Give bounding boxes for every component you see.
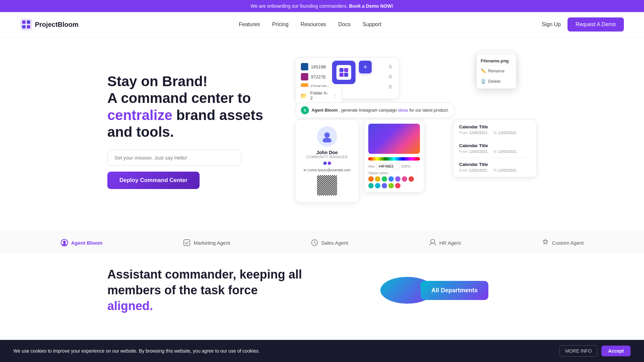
pswatch-4[interactable] bbox=[388, 176, 394, 182]
picker-spectrum[interactable] bbox=[368, 157, 420, 161]
cal-title-2: Calendar Title bbox=[459, 143, 530, 148]
headline-line1: Stay on Brand! bbox=[107, 73, 208, 89]
saved-colors-label: Saved colors: bbox=[368, 171, 420, 175]
banner-text: We are onboarding our founding commander… bbox=[251, 3, 347, 9]
pswatch-2[interactable] bbox=[375, 176, 380, 182]
mockup-container: 16519B 🗑 97227E 🗑 FF9F2D 🗑 bbox=[282, 51, 537, 212]
svg-rect-5 bbox=[339, 68, 343, 72]
ai-avatar: S bbox=[301, 106, 309, 114]
agent-hr[interactable]: HR Agent bbox=[429, 239, 461, 247]
headline-purple: centralize bbox=[107, 107, 172, 123]
agent-custom[interactable]: Custom Agent bbox=[541, 239, 584, 247]
agent-marketing[interactable]: Marketing Agent bbox=[183, 239, 230, 247]
pswatch-8[interactable] bbox=[368, 183, 374, 188]
pswatch-7[interactable] bbox=[409, 176, 414, 182]
marketing-agent-label: Marketing Agent bbox=[194, 240, 230, 246]
custom-agent-label: Custom Agent bbox=[552, 240, 584, 246]
svg-rect-7 bbox=[339, 73, 343, 77]
ai-name: Agent Bloom bbox=[312, 108, 338, 113]
hero-left: Stay on Brand! A command center to centr… bbox=[107, 73, 268, 189]
context-menu-rename[interactable]: ✏️ Rename bbox=[477, 66, 516, 76]
nav-logo[interactable]: ProjectBloom bbox=[20, 18, 78, 31]
hero-right: 16519B 🗑 97227E 🗑 FF9F2D 🗑 bbox=[282, 51, 537, 212]
nav-pricing[interactable]: Pricing bbox=[272, 21, 288, 27]
nav-features[interactable]: Features bbox=[239, 21, 260, 27]
deploy-button[interactable]: Deploy Command Center bbox=[107, 172, 200, 189]
folder-icon: 📁 bbox=[300, 93, 307, 99]
custom-agent-icon bbox=[541, 239, 549, 247]
biz-dot-1 bbox=[323, 162, 327, 165]
cal-dates-3: From 12/02/2021 To 12/02/2021 bbox=[459, 168, 530, 172]
headline-line2: A command center to bbox=[107, 90, 251, 106]
svg-rect-2 bbox=[27, 20, 30, 24]
bloom-logo-icon bbox=[339, 67, 349, 77]
context-menu-filename: Filename.png bbox=[477, 56, 516, 66]
plus-button[interactable]: + bbox=[359, 61, 372, 73]
agent-sales[interactable]: Sales Agent bbox=[311, 239, 348, 247]
cal-title-1: Calendar Title bbox=[459, 124, 530, 129]
folder-menu-icon[interactable]: ⋮ bbox=[333, 93, 337, 98]
nav-docs[interactable]: Docs bbox=[338, 21, 351, 27]
folder-name: Folder A-2 bbox=[310, 90, 329, 101]
context-menu-delete[interactable]: 🗑️ Delete bbox=[477, 76, 516, 86]
pswatch-1[interactable] bbox=[368, 176, 374, 182]
hr-agent-icon bbox=[429, 239, 437, 247]
biz-avatar bbox=[317, 126, 337, 146]
ai-message: , generate Instagram campaign ideas for … bbox=[339, 108, 449, 113]
biz-dot-2 bbox=[328, 162, 331, 165]
agents-strip: Agent Bloom Marketing Agent Sales Agent … bbox=[0, 232, 644, 253]
brand-logo-card bbox=[332, 61, 356, 84]
cal-dates-1: From 12/02/2021 To 12/02/2021 bbox=[459, 131, 530, 135]
pswatch-5[interactable] bbox=[395, 176, 400, 182]
svg-rect-6 bbox=[344, 68, 348, 72]
rename-icon: ✏️ bbox=[481, 68, 486, 73]
agent-bloom[interactable]: Agent Bloom bbox=[60, 239, 102, 247]
context-menu: Filename.png ✏️ Rename 🗑️ Delete bbox=[476, 54, 517, 89]
biz-name: John Doe bbox=[302, 150, 352, 155]
pswatch-3[interactable] bbox=[382, 176, 387, 182]
nav-resources[interactable]: Resources bbox=[301, 21, 326, 27]
trash-icon-1[interactable]: 🗑 bbox=[388, 64, 393, 69]
trash-icon-2[interactable]: 🗑 bbox=[388, 74, 393, 79]
pswatch-12[interactable] bbox=[395, 183, 400, 188]
biz-email: ✉ Lorem.lpsum@example.com bbox=[302, 168, 352, 172]
sales-agent-label: Sales Agent bbox=[321, 240, 348, 246]
pswatch-10[interactable] bbox=[382, 183, 387, 188]
delete-icon: 🗑️ bbox=[481, 79, 486, 84]
pswatch-11[interactable] bbox=[388, 183, 394, 188]
marketing-agent-icon bbox=[183, 239, 191, 247]
picker-gradient[interactable] bbox=[368, 124, 420, 154]
logo-icon bbox=[20, 18, 32, 31]
pswatch-6[interactable] bbox=[402, 176, 407, 182]
all-departments-button[interactable]: All Departments bbox=[421, 281, 488, 300]
swatch-purple bbox=[301, 73, 308, 80]
hex-input[interactable] bbox=[376, 163, 400, 169]
nav-links: Features Pricing Resources Docs Support bbox=[239, 21, 381, 27]
biz-qr-code bbox=[317, 175, 337, 195]
request-demo-button[interactable]: Request A Demo bbox=[568, 17, 624, 32]
svg-point-9 bbox=[324, 132, 330, 138]
nav-signin[interactable]: Sign Up bbox=[542, 21, 561, 27]
cal-dates-2: From 12/02/2021 To 12/02/2021 bbox=[459, 149, 530, 154]
cal-row-2: Calendar Title From 12/02/2021 To 12/02/… bbox=[459, 143, 530, 158]
svg-rect-13 bbox=[184, 240, 190, 246]
top-banner: We are onboarding our founding commander… bbox=[0, 0, 644, 12]
logo-text: ProjectBloom bbox=[35, 21, 78, 28]
nav-support[interactable]: Support bbox=[363, 21, 381, 27]
picker-swatches bbox=[368, 176, 420, 188]
navbar: ProjectBloom Features Pricing Resources … bbox=[0, 12, 644, 37]
banner-cta[interactable]: Book a Demo NOW! bbox=[349, 3, 393, 9]
pswatch-9[interactable] bbox=[375, 183, 380, 188]
folder-row[interactable]: 📁 Folder A-2 ⋮ bbox=[295, 87, 342, 104]
cal-title-3: Calendar Title bbox=[459, 162, 530, 167]
cal-row-1: Calendar Title From 12/02/2021 To 12/02/… bbox=[459, 124, 530, 139]
svg-rect-1 bbox=[22, 20, 25, 24]
hero-section: Stay on Brand! A command center to centr… bbox=[87, 37, 557, 232]
svg-rect-0 bbox=[20, 18, 32, 31]
mission-input[interactable] bbox=[107, 150, 241, 166]
brand-logo-inner bbox=[336, 65, 351, 80]
business-card: John Doe COMMUNITY MANAGER ✉ Lorem.lpsum… bbox=[295, 119, 359, 202]
cal-row-3: Calendar Title From 12/02/2021 To 12/02/… bbox=[459, 162, 530, 172]
trash-icon-3[interactable]: 🗑 bbox=[388, 84, 393, 89]
color-picker-card: Hex 100% Saved colors: bbox=[364, 119, 424, 193]
